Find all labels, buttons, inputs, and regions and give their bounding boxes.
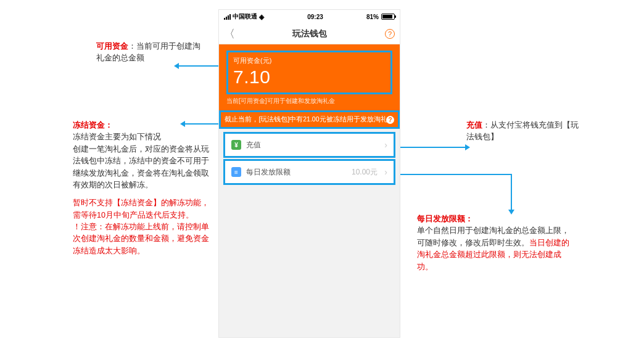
- daily-limit-icon: ≡: [231, 167, 241, 177]
- carrier-label: 中国联通: [233, 12, 257, 21]
- anno-frozen-p4: ！注意：在解冻功能上线前，请控制单次创建淘礼金的数量和金额，避免资金冻结造成太大…: [73, 221, 212, 257]
- balance-label: 可用资金(元): [233, 56, 386, 65]
- balance-amount: 7.10: [233, 67, 386, 88]
- recharge-icon: ¥: [231, 140, 241, 150]
- frozen-help-icon[interactable]: ?: [386, 116, 394, 124]
- anno-frozen-p3: 暂时不支持【冻结资金】的解冻功能，需等待10月中旬产品迭代后支持。: [73, 197, 212, 221]
- balance-panel: 可用资金(元) 7.10 当前[可用资金]可用于创建和发放淘礼金: [219, 44, 400, 110]
- annotation-available-funds: 可用资金：当前可用于创建淘礼金的总金额: [96, 41, 207, 65]
- frozen-strip-text: 截止当前，[玩法钱包]中有21.00元被冻结用于发放淘礼金: [225, 115, 394, 124]
- annotation-frozen-funds: 冻结资金： 冻结资金主要为如下情况 创建一笔淘礼金后，对应的资金将从玩法钱包中冻…: [73, 120, 212, 257]
- nav-bar: 〈 玩法钱包 ?: [219, 23, 400, 44]
- anno-frozen-title: 冻结资金：: [73, 121, 113, 129]
- daily-limit-value: 10.00元: [352, 167, 378, 178]
- anno-frozen-p1: 冻结资金主要为如下情况: [73, 131, 212, 143]
- page-title: 玩法钱包: [292, 28, 327, 39]
- signal-icon: [224, 14, 231, 20]
- anno-daily-title: 每日发放限额：: [417, 215, 473, 223]
- anno-available-title: 可用资金: [96, 42, 128, 51]
- phone-blank-area: [219, 183, 400, 337]
- status-bar: 中国联通 ◈ 09:23 81%: [219, 10, 400, 23]
- chevron-right-icon: ›: [384, 140, 387, 150]
- recharge-row[interactable]: ¥ 充值 ›: [225, 134, 394, 156]
- battery-pct-label: 81%: [366, 14, 379, 20]
- help-button[interactable]: ?: [385, 29, 395, 39]
- annotation-recharge: 充值：从支付宝将钱充值到【玩法钱包】: [466, 120, 584, 144]
- phone-mockup: 中国联通 ◈ 09:23 81% 〈 玩法钱包 ? 可用资金(元) 7.10 当…: [218, 9, 400, 338]
- annotation-daily-limit: 每日发放限额： 单个自然日用于创建淘礼金的总金额上限，可随时修改，修改后即时生效…: [417, 213, 576, 273]
- daily-limit-label: 每日发放限额: [246, 167, 291, 178]
- recharge-label: 充值: [246, 140, 261, 150]
- battery-icon: [381, 14, 395, 20]
- anno-frozen-p2: 创建一笔淘礼金后，对应的资金将从玩法钱包中冻结，冻结中的资金不可用于继续发放淘礼…: [73, 144, 212, 192]
- daily-limit-row[interactable]: ≡ 每日发放限额 10.00元 ›: [225, 161, 394, 183]
- wifi-icon: ◈: [259, 13, 264, 21]
- anno-recharge-body: ：从支付宝将钱充值到【玩法钱包】: [466, 121, 579, 141]
- frozen-strip[interactable]: 截止当前，[玩法钱包]中有21.00元被冻结用于发放淘礼金 ?: [219, 110, 400, 129]
- anno-recharge-title: 充值: [466, 121, 482, 129]
- chevron-right-icon: ›: [384, 167, 387, 177]
- back-button[interactable]: 〈: [224, 27, 235, 41]
- balance-note: 当前[可用资金]可用于创建和发放淘礼金: [226, 97, 392, 105]
- clock-label: 09:23: [307, 14, 323, 20]
- balance-box: 可用资金(元) 7.10: [226, 51, 392, 94]
